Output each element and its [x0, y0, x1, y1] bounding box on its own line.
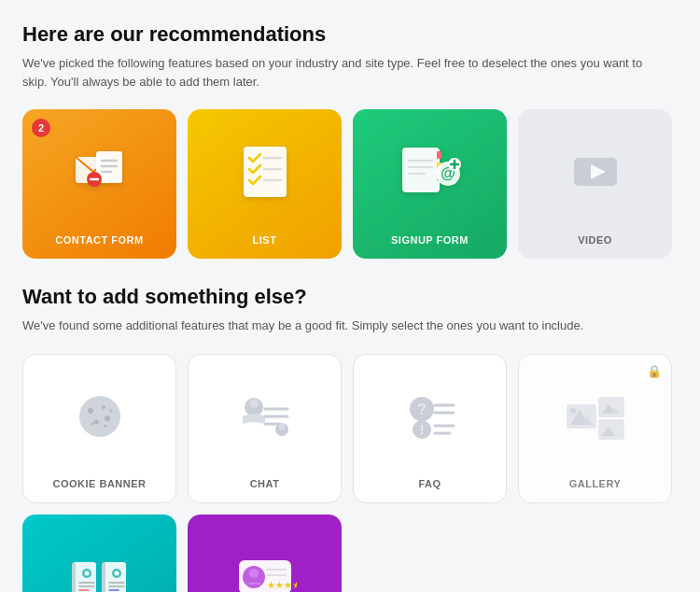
- card-list[interactable]: LIST: [188, 109, 342, 259]
- svg-point-60: [84, 571, 89, 575]
- additional-subtitle: We've found some additional features tha…: [22, 317, 657, 335]
- additional-grid: COOKIE BANNER CHAT: [22, 354, 678, 593]
- recommendations-section: Here are our recommendations We've picke…: [22, 22, 678, 259]
- additional-heading: Want to add something else?: [22, 285, 678, 309]
- chat-icon-area: [189, 355, 341, 478]
- svg-text:?: ?: [417, 402, 427, 417]
- svg-point-27: [102, 405, 105, 409]
- svg-point-30: [91, 422, 93, 425]
- gallery-label: GALLERY: [569, 478, 622, 489]
- pricing-icon-area: [22, 514, 176, 593]
- svg-point-32: [109, 409, 112, 412]
- card-faq[interactable]: ? ! FAQ: [353, 354, 507, 503]
- video-label: VIDEO: [578, 234, 612, 246]
- svg-point-34: [249, 399, 259, 408]
- svg-rect-11: [402, 148, 440, 192]
- card-testimonial[interactable]: ★★★★★ TESTIMONIAL: [188, 514, 342, 593]
- svg-rect-7: [244, 147, 287, 197]
- svg-point-29: [93, 419, 98, 424]
- svg-point-28: [105, 416, 110, 421]
- svg-point-31: [104, 424, 106, 427]
- card-chat[interactable]: CHAT: [188, 354, 342, 503]
- gallery-lock-icon: 🔒: [647, 364, 662, 378]
- svg-rect-58: [72, 562, 76, 593]
- card-pricing-table[interactable]: PRICING TABLE: [22, 514, 176, 593]
- cookie-banner-label: COOKIE BANNER: [52, 478, 146, 489]
- card-gallery[interactable]: 🔒 GALLERY: [518, 354, 672, 503]
- svg-point-73: [249, 569, 259, 578]
- signup-icon-area: @: [353, 109, 507, 234]
- svg-rect-65: [102, 562, 105, 593]
- svg-point-39: [278, 423, 285, 430]
- svg-rect-52: [598, 397, 624, 417]
- svg-text:!: !: [419, 422, 424, 437]
- card-signup-form[interactable]: @ SIGNUP FORM: [353, 109, 507, 259]
- testimonial-icon-area: ★★★★★: [188, 514, 342, 593]
- card-video[interactable]: VIDEO: [518, 109, 672, 259]
- video-icon-area: [518, 109, 672, 234]
- chat-label: CHAT: [250, 478, 280, 489]
- signup-form-label: SIGNUP FORM: [391, 234, 469, 246]
- contact-form-badge: 2: [32, 119, 50, 137]
- card-cookie-banner[interactable]: COOKIE BANNER: [22, 354, 176, 503]
- cookie-icon-area: [23, 355, 175, 478]
- contact-form-label: CONTACT FORM: [55, 234, 143, 246]
- additional-section: Want to add something else? We've found …: [22, 285, 678, 592]
- faq-label: FAQ: [418, 478, 441, 489]
- svg-point-51: [570, 408, 576, 414]
- svg-rect-15: [437, 151, 441, 159]
- svg-text:★★★★★: ★★★★★: [267, 580, 297, 590]
- faq-icon-area: ? !: [354, 355, 506, 478]
- list-icon-area: [188, 109, 342, 234]
- recommendations-grid: 2 CONTACT FORM: [22, 109, 678, 259]
- svg-point-25: [79, 396, 120, 437]
- svg-rect-55: [598, 419, 624, 440]
- recommendations-subtitle: We've picked the following features base…: [22, 54, 657, 91]
- svg-point-26: [88, 408, 93, 414]
- list-label: LIST: [253, 234, 277, 246]
- svg-point-67: [114, 571, 119, 575]
- recommendations-heading: Here are our recommendations: [22, 22, 678, 47]
- card-contact-form[interactable]: 2 CONTACT FORM: [22, 109, 176, 259]
